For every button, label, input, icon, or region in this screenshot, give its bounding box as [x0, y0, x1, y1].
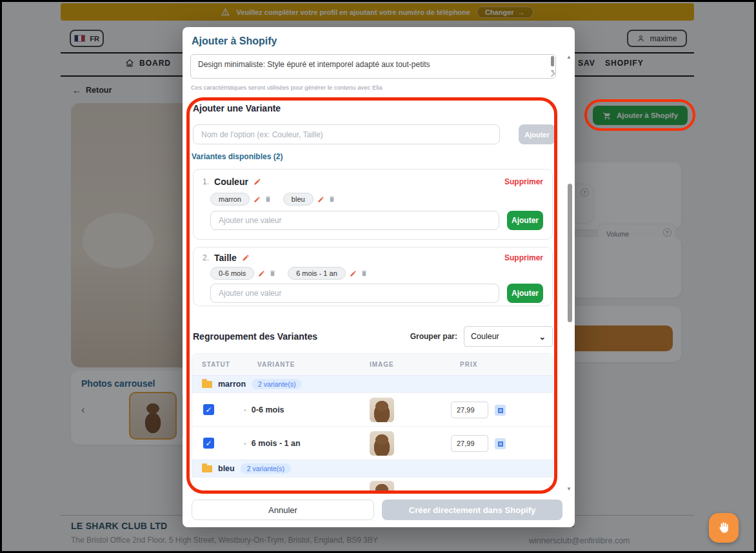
- option-name-input[interactable]: [193, 124, 500, 144]
- group-row-bleu[interactable]: bleu 2 variante(s): [192, 460, 553, 477]
- scroll-down-icon[interactable]: ▼: [566, 486, 572, 492]
- variant-value-chip: 0-6 mois: [210, 267, 254, 280]
- variant-image[interactable]: [370, 481, 394, 494]
- variant-image[interactable]: [370, 398, 394, 422]
- add-value-input[interactable]: [210, 211, 499, 230]
- edit-icon[interactable]: [242, 254, 250, 262]
- variant-card-taille: 2. Taille Supprimer 0-6 mois 6 mois - 1 …: [193, 247, 553, 306]
- edit-icon[interactable]: [350, 270, 357, 277]
- variant-index: 1.: [203, 177, 209, 186]
- row-checkbox[interactable]: ✓: [203, 438, 214, 449]
- cancel-button[interactable]: Annuler: [192, 500, 374, 520]
- bullet-icon: •: [244, 406, 246, 414]
- variant-count-badge: 2 variante(s): [252, 379, 302, 389]
- variant-index: 2.: [203, 253, 209, 262]
- variant-name: Taille: [214, 253, 237, 263]
- add-value-button[interactable]: Ajouter: [507, 284, 543, 303]
- variant-card-couleur: 1. Couleur Supprimer marron bleu Ajouter: [193, 169, 553, 240]
- table-header-row: STATUT VARIANTE IMAGE PRIX: [192, 354, 553, 375]
- folder-icon: [202, 465, 212, 472]
- add-value-input[interactable]: [210, 284, 499, 303]
- col-image: IMAGE: [370, 361, 460, 368]
- edit-icon[interactable]: [254, 178, 261, 186]
- col-prix: PRIX: [460, 361, 477, 368]
- delete-variant-button[interactable]: Supprimer: [504, 177, 543, 186]
- variants-table: STATUT VARIANTE IMAGE PRIX marron 2 vari…: [192, 353, 553, 494]
- trash-icon[interactable]: [264, 195, 272, 203]
- trash-icon[interactable]: [269, 269, 276, 277]
- edit-icon[interactable]: [254, 196, 261, 203]
- edit-icon[interactable]: [258, 270, 265, 277]
- col-variante: VARIANTE: [257, 361, 370, 368]
- annotation-oval: [584, 99, 695, 131]
- variant-value-chip: bleu: [283, 193, 313, 206]
- grouping-header: Regroupement des Variantes Grouper par: …: [193, 325, 553, 347]
- bullet-icon: •: [244, 440, 246, 447]
- apply-price-icon[interactable]: [495, 405, 506, 416]
- table-row-partial: [192, 477, 553, 493]
- modal-scrollbar-thumb[interactable]: [568, 184, 572, 322]
- option-name-field-wrap: [193, 124, 500, 144]
- price-input[interactable]: [451, 402, 488, 418]
- textarea-scrollbar-thumb[interactable]: [551, 56, 554, 66]
- variant-image[interactable]: [370, 431, 394, 456]
- col-statut: STATUT: [202, 361, 257, 368]
- chevron-down-icon: ⌄: [539, 332, 546, 342]
- group-row-marron[interactable]: marron 2 variante(s): [192, 375, 553, 393]
- description-textarea[interactable]: Design minimaliste: Style épuré et intem…: [190, 54, 556, 79]
- add-to-shopify-modal: Ajouter à Shopify ▲ ▼ Design minimaliste…: [183, 27, 575, 527]
- folder-icon: [202, 381, 212, 388]
- trash-icon[interactable]: [361, 269, 368, 277]
- group-by-select[interactable]: Couleur ⌄: [464, 326, 553, 347]
- add-value-button[interactable]: Ajouter: [507, 211, 543, 230]
- modal-title: Ajouter à Shopify: [192, 35, 277, 47]
- add-variant-title: Ajouter une Variante: [193, 103, 281, 113]
- variant-value-chip: marron: [210, 193, 250, 206]
- row-checkbox[interactable]: ✓: [203, 404, 214, 415]
- add-option-button[interactable]: Ajouter: [519, 124, 555, 144]
- chat-widget-button[interactable]: [709, 513, 739, 543]
- available-variants-label: Variantes disponibles (2): [192, 152, 283, 161]
- screenshot-root: Veuillez compléter votre profil en ajout…: [0, 0, 756, 553]
- edit-icon[interactable]: [317, 196, 324, 203]
- variant-name: Couleur: [214, 177, 248, 187]
- variant-count-badge: 2 variante(s): [241, 463, 291, 474]
- delete-variant-button[interactable]: Supprimer: [504, 253, 543, 262]
- group-by-label: Grouper par:: [410, 332, 457, 341]
- wave-hand-icon: [717, 521, 731, 535]
- grouping-title: Regroupement des Variantes: [193, 331, 317, 342]
- variant-value-chip: 6 mois - 1 an: [288, 267, 346, 280]
- table-row: ✓ • 0-6 mois: [192, 393, 553, 426]
- create-in-shopify-button[interactable]: Créer directement dans Shopify: [382, 500, 562, 520]
- trash-icon[interactable]: [328, 195, 335, 203]
- description-helper: Ces caractéristiques seront utilisées po…: [191, 84, 383, 91]
- apply-price-icon[interactable]: [495, 438, 506, 449]
- table-row: ✓ • 6 mois - 1 an: [192, 426, 553, 460]
- price-input[interactable]: [451, 435, 488, 452]
- scroll-up-icon[interactable]: ▲: [566, 54, 572, 60]
